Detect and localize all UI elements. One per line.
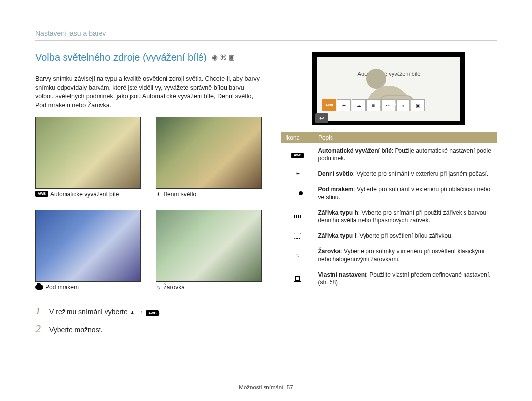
caption-tungsten-text: Žárovka — [163, 284, 184, 291]
caption-daylight: ☀ Denní světlo — [156, 191, 261, 198]
mode-program-icon: ◉ — [212, 53, 218, 61]
up-icon: ▲ — [130, 309, 135, 316]
mode-dual-icon: ⌘ — [220, 53, 227, 61]
footer: Možnosti snímání 57 — [0, 384, 532, 390]
option-custom[interactable]: ▣ — [411, 99, 425, 111]
row-fluor-l: Zářivka typu l: Vyberte při osvětlení bí… — [281, 228, 497, 244]
row-awb: AWB Automatické vyvážení bílé: Použije a… — [281, 143, 497, 166]
option-cloudy[interactable]: ☁ — [352, 99, 366, 111]
thumb-tungsten — [156, 210, 261, 282]
tile-awb: AWB Automatické vyvážení bílé — [35, 117, 141, 198]
intro-text: Barvy snímku závisejí na typu a kvalitě … — [35, 74, 262, 110]
row-bulb-icon: ☼ — [295, 252, 300, 259]
tile-tungsten: ☼ Žárovka — [156, 210, 261, 291]
awb-icon: AWB — [35, 191, 48, 197]
th-icon: Ikona — [281, 132, 314, 143]
display-body: Automatické vyvážení bílé AWB AWB ☀ ☁ ≡ … — [317, 57, 460, 121]
step-2: 2 Vyberte možnost. — [35, 322, 262, 335]
footer-page: 57 — [287, 384, 293, 390]
page-title: Volba světelného zdroje (vyvážení bílé) — [35, 52, 207, 63]
display-option-row: AWB ☀ ☁ ≡ ⋯ ☼ ▣ — [322, 99, 455, 111]
row-cloud-term: Pod mrakem — [318, 186, 353, 193]
row-fl-text: : Vyberte při osvětlení bílou zářivkou. — [356, 232, 453, 239]
tile-cloudy: Pod mrakem — [35, 210, 141, 291]
row-day-text: : Vyberte pro snímání v exteriéru při ja… — [353, 170, 488, 177]
row-day-term: Denní světlo — [318, 170, 353, 177]
row-fluor-h: Zářivka typu h: Vyberte pro snímání při … — [281, 205, 497, 228]
step-1-text: V režimu snímání vyberte ▲ → AWB. — [49, 308, 161, 316]
left-column: Volba světelného zdroje (vyvážení bílé) … — [35, 52, 262, 401]
row-awb-term: Automatické vyvážení bílé — [318, 147, 391, 154]
back-button[interactable]: ↩ — [315, 113, 328, 123]
footer-section: Možnosti snímání — [239, 384, 283, 390]
thumb-cloudy — [35, 210, 141, 282]
option-daylight[interactable]: ☀ — [337, 99, 351, 111]
row-tube-l-icon — [294, 233, 301, 239]
step-2-text: Vyberte možnost. — [49, 326, 102, 334]
step-1-pre: V režimu snímání vyberte — [49, 308, 128, 316]
row-bulb-text: : Vyberte pro snímky v interiéru při osv… — [318, 248, 484, 263]
caption-tungsten: ☼ Žárovka — [156, 284, 261, 291]
row-fl-term: Zářivka typu l — [318, 232, 356, 239]
th-desc: Popis — [314, 132, 497, 143]
caption-cloudy-text: Pod mrakem — [45, 284, 79, 291]
row-awb-icon: AWB — [291, 153, 304, 158]
cloud-icon — [35, 285, 43, 290]
mode-movie-icon: ▣ — [229, 53, 235, 61]
option-awb[interactable]: AWB — [322, 99, 336, 111]
step-2-number: 2 — [35, 322, 44, 335]
breadcrumb: Nastavení jasu a barev — [35, 30, 497, 41]
thumb-daylight — [156, 117, 261, 189]
camera-display: Automatické vyvážení bílé AWB AWB ☀ ☁ ≡ … — [312, 52, 466, 125]
sample-grid: AWB Automatické vyvážení bílé ☀ Denní sv… — [35, 117, 262, 291]
step-1: 1 V režimu snímání vyberte ▲ → AWB. — [35, 305, 262, 317]
steps: 1 V režimu snímání vyberte ▲ → AWB. 2 Vy… — [35, 305, 262, 335]
right-column: Automatické vyvážení bílé AWB AWB ☀ ☁ ≡ … — [281, 52, 497, 401]
step-1-post: . — [159, 308, 161, 316]
thumb-awb — [35, 117, 141, 189]
description-table: Ikona Popis AWB Automatické vyvážení bíl… — [281, 132, 497, 290]
row-custom: Vlastní nastavení: Použijte vlastní před… — [281, 267, 497, 290]
caption-daylight-text: Denní světlo — [163, 191, 196, 198]
row-tube-h-icon — [294, 215, 301, 218]
row-bulb-term: Žárovka — [318, 248, 340, 255]
caption-awb: AWB Automatické vyvážení bílé — [35, 191, 141, 198]
arrow-right-icon: → — [137, 308, 144, 316]
caption-cloudy: Pod mrakem — [35, 284, 141, 291]
page: Nastavení jasu a barev Volba světelného … — [0, 0, 532, 401]
sun-icon: ☀ — [156, 191, 161, 198]
tile-daylight: ☀ Denní světlo — [156, 117, 261, 198]
option-fluor-h[interactable]: ≡ — [366, 99, 380, 111]
step-1-number: 1 — [35, 305, 44, 317]
row-tungsten: ☼ Žárovka: Vyberte pro snímky v interiér… — [281, 244, 497, 267]
row-cloudy: Pod mrakem: Vyberte pro snímání v exteri… — [281, 182, 497, 205]
option-tungsten[interactable]: ☼ — [396, 99, 410, 111]
row-custom-term: Vlastní nastavení — [318, 271, 366, 278]
row-sun-icon: ☀ — [295, 170, 300, 177]
columns: Volba světelného zdroje (vyvážení bílé) … — [35, 52, 497, 401]
awb-badge-icon: AWB — [146, 310, 159, 316]
option-fluor-l[interactable]: ⋯ — [381, 99, 395, 111]
row-custom-icon — [295, 276, 300, 281]
row-fh-term: Zářivka typu h — [318, 209, 358, 216]
mode-icons: ◉ ⌘ ▣ — [212, 53, 235, 61]
caption-awb-text: Automatické vyvážení bílé — [50, 191, 119, 198]
row-daylight: ☀ Denní světlo: Vyberte pro snímání v ex… — [281, 166, 497, 182]
bulb-icon: ☼ — [156, 284, 161, 291]
